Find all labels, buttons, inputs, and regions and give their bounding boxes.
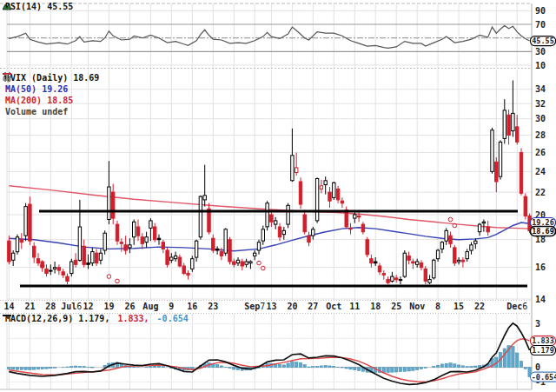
histogram-bar <box>8 368 10 369</box>
candle-body <box>8 241 10 262</box>
macd-lines <box>9 323 529 385</box>
candle-body <box>275 221 277 224</box>
y-axis-label: 3 <box>535 319 540 329</box>
histogram-bar <box>50 368 52 369</box>
candle-body <box>57 268 60 270</box>
histogram-bar <box>412 368 414 371</box>
ma200-legend-row: MA(200) 18.85 <box>3 95 73 106</box>
histogram-bar <box>354 368 356 370</box>
candle-body <box>78 227 81 260</box>
ma50-legend-label: MA(50) 19.26 <box>5 84 68 94</box>
candle-body <box>507 115 510 135</box>
candle-body <box>399 280 401 281</box>
candle-body <box>461 260 464 262</box>
candle-body <box>486 227 489 232</box>
candle-body <box>124 245 127 250</box>
candle-body <box>62 272 64 276</box>
x-tick-label: 8 <box>435 302 440 311</box>
y-axis-label: 30 <box>535 47 546 56</box>
x-tick-label: 27 <box>308 302 318 311</box>
candle-body <box>361 224 364 232</box>
candle-body <box>395 278 398 280</box>
histogram-bar <box>516 353 519 368</box>
rsi-legend-label: RSI(14) 45.55 <box>5 2 73 11</box>
candle-body <box>70 262 73 274</box>
candle-body <box>87 263 89 265</box>
candle-body <box>257 243 260 250</box>
histogram-bar <box>20 368 23 370</box>
histogram-bar <box>349 368 352 369</box>
histogram-bar <box>233 368 235 369</box>
panel-borders <box>0 3 532 389</box>
histogram-bar <box>520 362 522 368</box>
candle-body <box>99 253 102 260</box>
candle-body <box>449 236 452 243</box>
x-tick-label: 12 <box>83 302 93 311</box>
candle-body <box>136 227 139 236</box>
x-tick-label: 21 <box>24 302 35 311</box>
y-axis-label: 70 <box>535 20 546 30</box>
histogram-bar <box>457 365 460 368</box>
candle-body <box>512 113 514 130</box>
marker-circle <box>448 217 453 222</box>
candle-body <box>103 233 106 250</box>
candle-body <box>324 181 327 185</box>
histogram-bar <box>70 367 73 368</box>
axis-bubble-value: 45.55 <box>532 37 554 45</box>
histogram-bar <box>403 368 406 372</box>
candle-body <box>312 229 314 236</box>
candle-body <box>357 216 360 216</box>
histogram-bar <box>220 366 222 368</box>
histogram-bar <box>395 368 398 372</box>
candle-body <box>453 248 456 263</box>
histogram-bar <box>440 364 443 368</box>
candle-body <box>74 260 76 264</box>
candle-body <box>336 189 339 200</box>
candle-body <box>499 142 501 176</box>
histogram-bar <box>78 366 81 367</box>
x-tick-label: 18 <box>370 302 381 311</box>
histogram-bar <box>336 367 339 368</box>
x-tick-label: Sep7 <box>244 302 265 311</box>
candle-body <box>166 250 169 264</box>
x-tick-label: 14 <box>3 302 14 311</box>
candle-body <box>495 162 498 182</box>
histogram-bar <box>228 368 231 369</box>
y-axis-label: 14 <box>535 295 546 304</box>
candle-body <box>66 276 69 281</box>
symbol-legend-label: $VIX (Daily) 18.69 <box>5 73 99 83</box>
volume-legend-row: Volume undef <box>3 106 68 117</box>
x-tick-label: 13 <box>266 302 276 311</box>
histogram-bar <box>424 368 427 369</box>
histogram-bar <box>53 368 56 369</box>
candle-body <box>220 252 222 256</box>
candle-body <box>224 229 227 253</box>
histogram-bar <box>41 368 43 369</box>
macd-legend-label: MACD(12,26,9) 1.179, <box>5 314 109 323</box>
candle-body <box>420 263 422 268</box>
candle-body <box>278 227 281 237</box>
candle-body <box>354 215 356 218</box>
candle-body <box>524 196 526 216</box>
candle-body <box>503 110 506 138</box>
candle-body <box>303 215 306 232</box>
candle-body <box>436 250 439 259</box>
histogram-bar <box>420 368 422 369</box>
candle-body <box>174 256 176 258</box>
candle-body <box>370 259 373 263</box>
candle-body <box>295 168 298 173</box>
chart-canvas[interactable]: 142128Jul6121926Aug91623Sep7132027Oct111… <box>0 0 556 392</box>
candle-body <box>333 183 335 197</box>
x-tick-label: 15 <box>453 302 464 311</box>
candle-body <box>45 269 48 273</box>
candle-body <box>457 260 460 262</box>
candle-body <box>233 262 235 264</box>
candle-body <box>403 253 406 276</box>
histogram-bar <box>387 368 389 373</box>
histogram-bar <box>24 368 27 370</box>
histogram-bar <box>312 367 314 368</box>
candle-body <box>133 222 136 236</box>
macd-legend: MACD(12,26,9) 1.179, 1.833, -0.654 <box>3 314 189 323</box>
y-axis-label: 26 <box>535 148 546 157</box>
candle-body <box>129 245 131 248</box>
